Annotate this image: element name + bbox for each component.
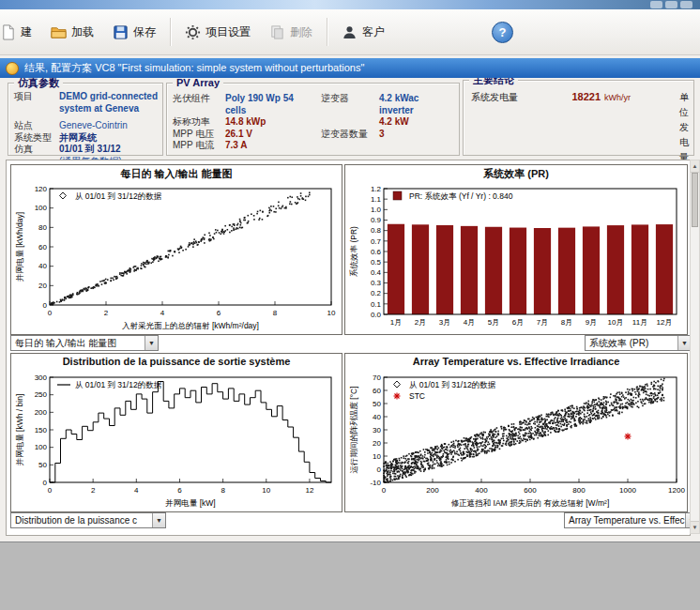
new-button[interactable]: 建 bbox=[0, 18, 41, 47]
chevron-down-icon[interactable]: ▼ bbox=[152, 513, 165, 527]
svg-text:4: 4 bbox=[160, 309, 165, 317]
svg-text:0: 0 bbox=[377, 465, 382, 474]
param-value: Geneve-Cointrin bbox=[59, 120, 128, 132]
svg-text:300: 300 bbox=[35, 374, 48, 382]
svg-text:8: 8 bbox=[273, 309, 278, 317]
svg-text:系统效率 (PR): 系统效率 (PR) bbox=[349, 226, 358, 277]
pv-label: MPP 电流 bbox=[173, 140, 225, 152]
pr-chart-selector[interactable]: 系统效率 (PR) ▼ bbox=[585, 335, 692, 351]
client-button[interactable]: 客户 bbox=[332, 18, 394, 47]
daily-io-chart-selector-label: 每日的 输入/输出 能量图 bbox=[15, 337, 116, 350]
svg-text:12: 12 bbox=[305, 486, 313, 495]
svg-text:0.0: 0.0 bbox=[371, 311, 382, 319]
inverter-value: 4.2 kWac inverter bbox=[379, 93, 455, 116]
result-unit: kWh/yr bbox=[601, 90, 679, 105]
svg-text:100: 100 bbox=[35, 443, 48, 451]
param-label: 站点 bbox=[14, 120, 59, 132]
svg-text:0.5: 0.5 bbox=[371, 258, 382, 267]
save-button[interactable]: 保存 bbox=[103, 18, 165, 47]
svg-text:250: 250 bbox=[35, 390, 48, 399]
svg-text:2月: 2月 bbox=[415, 318, 426, 327]
scrollbar-thumb[interactable] bbox=[692, 173, 698, 227]
power-distribution-selector-label: Distribution de la puissance c bbox=[15, 515, 137, 526]
svg-text:12月: 12月 bbox=[657, 318, 673, 327]
svg-text:200: 200 bbox=[35, 408, 48, 417]
delete-button[interactable]: 删除 bbox=[260, 18, 322, 47]
vertical-scrollbar[interactable]: ▲ ▼ bbox=[690, 160, 700, 534]
svg-text:0: 0 bbox=[48, 309, 53, 317]
simulation-params-box: 仿真参数 项目DEMO grid-connected system at Gen… bbox=[8, 83, 163, 156]
svg-text:PR: 系统效率 (Yf / Yr) : 0.840: PR: 系统效率 (Yf / Yr) : 0.840 bbox=[409, 191, 513, 201]
inverter-label bbox=[321, 116, 379, 129]
daily-io-chart-selector[interactable]: 每日的 输入/输出 能量图 ▼ bbox=[10, 335, 159, 351]
results-icon bbox=[6, 62, 19, 75]
svg-text:0.7: 0.7 bbox=[371, 237, 382, 246]
svg-text:0: 0 bbox=[382, 486, 387, 495]
chevron-down-icon[interactable]: ▼ bbox=[677, 336, 691, 350]
svg-text:1000: 1000 bbox=[619, 486, 636, 495]
svg-text:1.2: 1.2 bbox=[371, 185, 382, 193]
svg-text:2: 2 bbox=[91, 486, 96, 495]
folder-open-icon bbox=[51, 24, 67, 40]
pv-array-title: PV Array bbox=[173, 77, 223, 88]
svg-text:从 01/01 到 31/12的数据: 从 01/01 到 31/12的数据 bbox=[75, 380, 162, 389]
svg-text:11月: 11月 bbox=[632, 318, 647, 327]
delete-button-label: 删除 bbox=[290, 24, 312, 40]
daily-io-chart-title: 每日的 输入/输出 能量图 bbox=[11, 167, 342, 181]
close-icon[interactable] bbox=[680, 1, 692, 8]
pr-chart-title: 系统效率 (PR) bbox=[345, 167, 687, 181]
svg-text:并网电量 [kWh/day]: 并网电量 [kWh/day] bbox=[15, 212, 24, 282]
svg-text:并网电量 [kWh / bin]: 并网电量 [kWh / bin] bbox=[15, 394, 24, 466]
param-value: 01/01 到 31/12 bbox=[59, 144, 121, 156]
pv-value: 14.8 kWp bbox=[225, 116, 266, 129]
power-distribution-chart-title: Distribution de la puissance de sortie s… bbox=[11, 356, 342, 367]
power-distribution-chart-selector[interactable]: Distribution de la puissance c ▼ bbox=[10, 512, 166, 528]
svg-text:从 01/01 到 31/12的数据: 从 01/01 到 31/12的数据 bbox=[409, 380, 496, 389]
pv-label: 标称功率 bbox=[173, 116, 225, 129]
power-distribution-chart-panel: Distribution de la puissance de sortie s… bbox=[10, 353, 342, 512]
svg-text:10: 10 bbox=[373, 452, 381, 461]
load-button-label: 加载 bbox=[71, 24, 94, 40]
chevron-down-icon[interactable]: ▼ bbox=[145, 336, 158, 350]
svg-text:6: 6 bbox=[217, 309, 221, 317]
scroll-down-icon[interactable]: ▼ bbox=[691, 521, 699, 533]
daily-io-chart-plot: 0204060801001200246810入射采光面上的总的辐射 [kWh/m… bbox=[12, 182, 341, 333]
svg-text:STC: STC bbox=[409, 391, 425, 401]
results-banner-text: 结果, 配置方案 VC8 "First simulation: simple s… bbox=[24, 61, 364, 75]
svg-text:0.1: 0.1 bbox=[371, 300, 382, 309]
pv-label: 光伏组件 bbox=[173, 93, 225, 116]
array-temp-chart-selector[interactable]: Array Temperature vs. Effec ▼ bbox=[564, 512, 692, 528]
daily-io-chart-panel: 每日的 输入/输出 能量图 0204060801001200246810入射采光… bbox=[10, 164, 342, 335]
help-icon[interactable]: ? bbox=[492, 22, 513, 43]
svg-text:60: 60 bbox=[373, 387, 381, 395]
svg-text:修正遮挡和 IAM 损失后的 有效总辐射 [W/m²]: 修正遮挡和 IAM 损失后的 有效总辐射 [W/m²] bbox=[451, 498, 610, 508]
gear-icon bbox=[185, 24, 201, 40]
param-value: 并网系统 bbox=[59, 132, 97, 145]
param-value: DEMO grid-connected system at Geneva bbox=[59, 91, 159, 114]
minimize-icon[interactable] bbox=[650, 1, 662, 8]
svg-text:150: 150 bbox=[35, 426, 48, 435]
toolbar: 建 加载 保存 项目设置 删除 bbox=[0, 9, 700, 55]
svg-text:2: 2 bbox=[104, 309, 109, 317]
scroll-up-icon[interactable]: ▲ bbox=[691, 160, 699, 173]
toolbar-separator bbox=[170, 18, 171, 46]
power-distribution-chart-plot: 050100150200250300024681012并网电量 [kW]并网电量… bbox=[12, 371, 341, 511]
svg-text:7月: 7月 bbox=[537, 318, 548, 327]
results-banner: 结果, 配置方案 VC8 "First simulation: simple s… bbox=[0, 58, 700, 78]
maximize-icon[interactable] bbox=[665, 1, 677, 8]
param-label: 仿真 bbox=[14, 144, 59, 156]
svg-text:8: 8 bbox=[221, 486, 225, 495]
svg-text:30: 30 bbox=[373, 426, 381, 435]
window-titlebar[interactable] bbox=[0, 0, 700, 9]
inverter-label: 逆变器数量 bbox=[321, 129, 379, 141]
pr-chart-panel: 系统效率 (PR) 0.00.10.20.30.40.50.60.70.80.9… bbox=[344, 164, 688, 335]
svg-text:0: 0 bbox=[48, 486, 53, 495]
svg-text:4月: 4月 bbox=[464, 318, 475, 327]
svg-text:运行期间的阵列温度 [°C]: 运行期间的阵列温度 [°C] bbox=[349, 386, 358, 473]
svg-text:0.6: 0.6 bbox=[371, 248, 382, 256]
svg-text:0.8: 0.8 bbox=[371, 226, 382, 235]
svg-text:0.4: 0.4 bbox=[371, 268, 382, 277]
toolbar-separator bbox=[327, 18, 327, 46]
load-button[interactable]: 加载 bbox=[41, 18, 103, 47]
project-settings-button[interactable]: 项目设置 bbox=[175, 18, 260, 47]
